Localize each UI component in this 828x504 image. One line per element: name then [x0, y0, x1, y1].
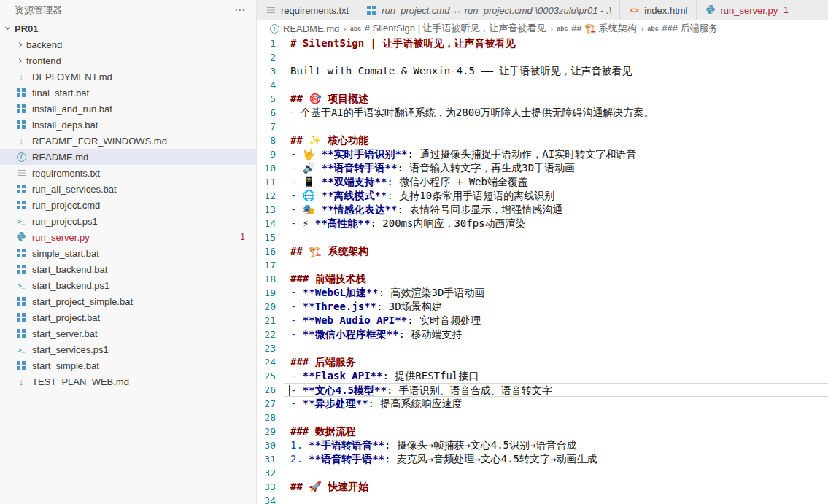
code-line-content[interactable]: ### 后端服务 [284, 355, 828, 369]
code-line-content[interactable]: - **Three.js**: 3D场景构建 [284, 300, 828, 314]
info-icon: i [15, 151, 27, 163]
code-token: ### 后端服务 [290, 356, 356, 368]
breadcrumb: iREADME.md›abc# SilentSign | 让手语被听见，让声音被… [257, 20, 828, 36]
tree-item[interactable]: start_project.bat [0, 309, 256, 325]
code-line-content[interactable] [284, 494, 828, 504]
tree-item[interactable]: ↓DEPLOYMENT.md [0, 69, 256, 85]
tab[interactable]: <>index.html [620, 0, 696, 20]
breadcrumb-item[interactable]: abc## 🏗️ 系统架构 [557, 22, 637, 35]
code-line-content[interactable]: - **Web Audio API**: 实时音频处理 [284, 314, 828, 327]
code-line-content[interactable]: 2. **语音转手语**: 麦克风→音频处理→文心4.5转文字→动画生成 [284, 452, 828, 466]
tab[interactable]: run_project.cmd ↔ run_project.cmd \0003z… [357, 0, 620, 20]
tree-item[interactable]: requirements.txt [0, 165, 256, 181]
code-token: : 表情符号同步显示，增强情感沟通 [397, 203, 562, 215]
code-line-content[interactable]: ## 🚀 快速开始 [284, 480, 828, 494]
tree-item[interactable]: >_start_backend.ps1 [0, 277, 256, 293]
tree-item[interactable]: start_project_simple.bat [0, 293, 256, 309]
code-line-content[interactable] [284, 78, 828, 92]
text-lines-glyph [18, 170, 26, 171]
code-line-content[interactable] [284, 466, 828, 480]
more-actions-icon[interactable]: ⋯ [234, 4, 246, 17]
code-line-content[interactable]: Built with Comate & Wenxin-4.5 —— 让手语被听见… [284, 64, 828, 78]
tree-item[interactable]: start_backend.bat [0, 261, 256, 277]
file-label: run_all_services.bat [32, 184, 117, 195]
file-label: backend [26, 39, 62, 50]
tree-item[interactable]: ↓README_FOR_WINDOWS.md [0, 133, 256, 149]
code-line: 19- **WebGL加速**: 高效渲染3D手语动画 [257, 286, 828, 300]
tree-item[interactable]: ↓TEST_PLAN_WEB.md [0, 373, 256, 389]
tree-item[interactable]: install_and_run.bat [0, 101, 256, 117]
tree-item[interactable]: final_start.bat [0, 85, 256, 101]
tree-item[interactable]: iREADME.md [0, 149, 256, 165]
tree-item[interactable]: simple_start.bat [0, 245, 256, 261]
code-token: **微信小程序框架** [303, 328, 399, 340]
file-label: start_simple.bat [32, 360, 99, 371]
tree-root-pr01[interactable]: PR01 [0, 20, 256, 36]
code-token: - [290, 328, 303, 340]
code-line-content[interactable]: - 📱 **双端支持**: 微信小程序 + Web端全覆盖 [284, 175, 828, 189]
code-line-content[interactable]: - **微信小程序框架**: 移动端支持 [284, 327, 828, 341]
tree-item[interactable]: >_start_services.ps1 [0, 341, 256, 357]
code-line: 18### 前端技术栈 [257, 272, 828, 286]
code-line-content[interactable]: ## 🎯 项目概述 [284, 92, 828, 106]
code-line-content[interactable]: ## 🏗️ 系统架构 [284, 244, 828, 258]
file-label: README.md [32, 152, 88, 163]
code-line-content[interactable]: - **Flask API**: 提供RESTful接口 [284, 369, 828, 383]
code-line-content[interactable]: ### 数据流程 [284, 424, 828, 438]
code-line-content[interactable] [284, 258, 828, 272]
code-editor[interactable]: 1# SilentSign | 让手语被听见，让声音被看见23Built wit… [257, 36, 828, 504]
code-line: 2 [257, 50, 828, 64]
code-line-content[interactable]: # SilentSign | 让手语被听见，让声音被看见 [284, 36, 828, 50]
code-line-content[interactable]: - ⚡ **高性能**: 200ms内响应，30fps动画渲染 [284, 217, 828, 230]
tree-item[interactable]: start_server.bat [0, 325, 256, 341]
breadcrumb-separator-icon: › [550, 23, 553, 34]
code-token: **文心4.5模型** [303, 384, 387, 396]
tree-item[interactable]: run_server.py1 [0, 229, 256, 245]
abc-icon: abc [350, 23, 362, 34]
tree-item[interactable]: backend [0, 36, 256, 53]
tab-label: run_project.cmd ↔ run_project.cmd \0003z… [382, 5, 611, 16]
code-line-content[interactable]: 1. **手语转语音**: 摄像头→帧捕获→文心4.5识别→语音合成 [284, 438, 828, 452]
breadcrumb-item[interactable]: iREADME.md [268, 23, 339, 34]
tree-item[interactable]: run_project.cmd [0, 197, 256, 213]
code-line-content[interactable] [284, 411, 828, 424]
text-icon [15, 167, 27, 179]
code-token: 1. [290, 439, 309, 451]
code-line-content[interactable]: - **文心4.5模型**: 手语识别、语音合成、语音转文字 [284, 383, 828, 397]
tab[interactable]: run_server.py1 [697, 0, 797, 20]
code-line-content[interactable]: - 🤟 **实时手语识别**: 通过摄像头捕捉手语动作，AI实时转文字和语音 [284, 147, 828, 161]
breadcrumb-item[interactable]: abc### 后端服务 [647, 22, 718, 35]
code-line: 12- 🌐 **离线模式**: 支持10条常用手语短语的离线识别 [257, 189, 828, 203]
tree-item[interactable]: >_run_project.ps1 [0, 213, 256, 229]
python-logo-glyph [705, 4, 716, 17]
windows-logo-glyph [17, 104, 26, 113]
code-line-content[interactable]: ### 前端技术栈 [284, 272, 828, 286]
code-token: **Flask API** [303, 370, 383, 381]
code-line-content[interactable]: 一个基于AI的手语实时翻译系统，为2800万听障人士提供无障碍沟通解决方案。 [284, 106, 828, 120]
code-line-content[interactable]: - 🌐 **离线模式**: 支持10条常用手语短语的离线识别 [284, 189, 828, 203]
tab[interactable]: requirements.txt [257, 0, 357, 20]
code-token: : 语音输入转文字，再生成3D手语动画 [397, 162, 575, 174]
code-line-content[interactable] [284, 230, 828, 244]
windows-icon [15, 87, 27, 98]
code-line-content[interactable]: - **异步处理**: 提高系统响应速度 [284, 397, 828, 411]
windows-icon [15, 183, 27, 195]
tree-item[interactable]: run_all_services.bat [0, 181, 256, 197]
windows-logo-glyph [17, 313, 26, 322]
breadcrumb-item[interactable]: abc# SilentSign | 让手语被听见，让声音被看见 [350, 22, 546, 35]
code-line-content[interactable]: - 🎭 **情感化表达**: 表情符号同步显示，增强情感沟通 [284, 203, 828, 217]
code-line-content[interactable]: ## ✨ 核心功能 [284, 133, 828, 147]
code-line-content[interactable] [284, 50, 828, 64]
code-token: : 移动端支持 [399, 328, 463, 340]
tree-item[interactable]: frontend [0, 53, 256, 69]
code-line-content[interactable] [284, 341, 828, 355]
windows-logo-glyph [17, 329, 26, 338]
code-line-content[interactable] [284, 120, 828, 133]
chevron-right-icon [17, 42, 22, 47]
tree-item[interactable]: install_deps.bat [0, 117, 256, 133]
code-token: **实时手语识别** [322, 148, 408, 160]
code-line-content[interactable]: - 🔊 **语音转手语**: 语音输入转文字，再生成3D手语动画 [284, 161, 828, 175]
tree-item[interactable]: start_simple.bat [0, 357, 256, 373]
code-line-content[interactable]: - **WebGL加速**: 高效渲染3D手语动画 [284, 286, 828, 300]
code-token: 🎭 [303, 203, 322, 215]
